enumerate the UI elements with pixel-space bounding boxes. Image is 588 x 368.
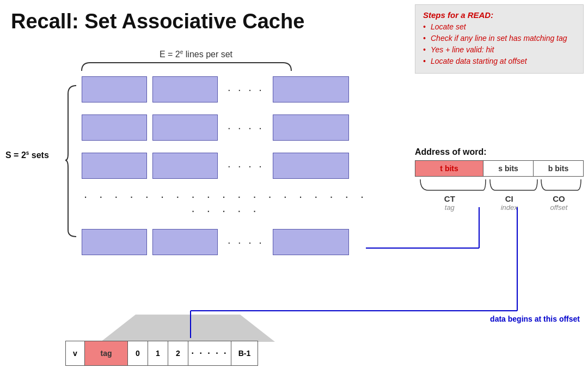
addr-label-co: CO offset: [534, 194, 584, 212]
dots-2: · · · ·: [228, 122, 264, 134]
cache-block-3-1: [82, 153, 147, 179]
dots-3: · · · ·: [228, 160, 264, 172]
addr-braces-svg: [415, 177, 584, 193]
steps-list: Locate set Check if any line in set has …: [423, 22, 575, 67]
data-begins-label: data begins at this offset: [490, 315, 580, 323]
dots-4: · · · ·: [228, 236, 264, 249]
cache-block-2-1: [82, 114, 147, 141]
cache-row-2: · · · ·: [82, 113, 370, 142]
cache-row-1: · · · ·: [82, 75, 370, 104]
cache-block-1-last: [273, 76, 349, 102]
address-title: Address of word:: [415, 147, 584, 157]
exp-cell-0: 0: [127, 341, 148, 366]
cache-block-3-2: [152, 153, 218, 179]
expanded-row: v tag 0 1 2 · · · · · B-1: [65, 341, 258, 366]
addr-label-ct: CT tag: [415, 194, 485, 212]
cache-row-3: · · · ·: [82, 152, 370, 180]
cache-block-3-last: [273, 153, 349, 179]
exp-cell-2: 2: [168, 341, 188, 366]
addr-t-bits: t bits: [415, 161, 483, 176]
cache-block-4-1: [82, 229, 147, 255]
exp-cell-dots: · · · · ·: [188, 341, 231, 366]
address-section: Address of word: t bits s bits b bits CT…: [415, 147, 584, 212]
step-4: Locate data starting at offset: [423, 56, 575, 67]
exp-cell-v: v: [65, 341, 85, 366]
exp-cell-1: 1: [148, 341, 168, 366]
page-title: Recall: Set Associative Cache: [11, 10, 304, 33]
exp-cell-tag: tag: [84, 341, 128, 366]
addr-b-bits: b bits: [534, 161, 583, 176]
exp-cell-bm1: B-1: [231, 341, 258, 366]
steps-title: Steps for a READ:: [423, 10, 575, 20]
brace-s-svg: [63, 83, 79, 238]
address-table: t bits s bits b bits: [415, 160, 584, 177]
steps-box: Steps for a READ: Locate set Check if an…: [415, 4, 584, 74]
step-2: Check if any line in set has matching ta…: [423, 33, 575, 44]
brace-e-svg: [79, 60, 294, 75]
diagram-area: E = 2e lines per set S = 2s sets · · · ·…: [5, 49, 414, 354]
addr-labels: CT tag CI index CO offset: [415, 194, 584, 212]
cache-row-4: · · · ·: [82, 228, 370, 256]
cache-block-2-last: [273, 114, 349, 141]
cache-block-1-2: [152, 76, 218, 102]
cache-rows: · · · · · · · · · · · · · · · · · · · · …: [82, 75, 370, 266]
dots-1: · · · ·: [228, 83, 264, 96]
step-1: Locate set: [423, 22, 575, 32]
cache-block-1-1: [82, 76, 147, 102]
e-label: E = 2e lines per set: [114, 49, 278, 59]
cache-block-4-2: [152, 229, 218, 255]
cache-block-2-2: [152, 114, 218, 141]
addr-s-bits: s bits: [483, 161, 534, 176]
step-3: Yes + line valid: hit: [423, 45, 575, 55]
addr-label-ci: CI index: [485, 194, 534, 212]
s-label: S = 2s sets: [5, 150, 49, 160]
cache-block-4-last: [273, 229, 349, 255]
dots-between-sets: · · · · · · · · · · · · · · · · · · · · …: [82, 190, 370, 218]
